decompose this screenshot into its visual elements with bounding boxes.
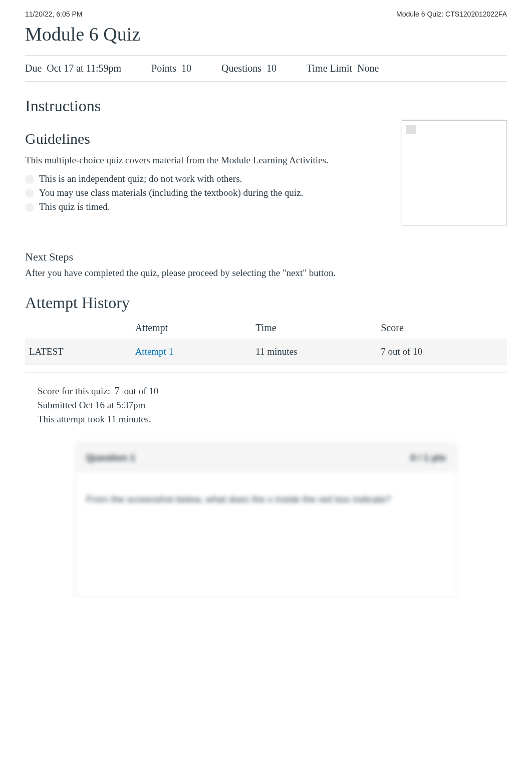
score-summary: Score for this quiz: 7 out of 10 Submitt… — [25, 372, 507, 433]
bullet-text: You may use class materials (including t… — [39, 187, 303, 198]
list-item: This quiz is timed. — [25, 201, 392, 212]
attempt-time: 11 minutes — [251, 339, 377, 365]
meta-time-limit: Time Limit None — [307, 63, 379, 74]
question-points: 0 / 1 pts — [410, 452, 446, 463]
question-body: From the screenshot below, what does the… — [76, 472, 456, 597]
bullet-icon — [25, 203, 34, 212]
table-header-attempt: Attempt — [131, 317, 252, 339]
attempt-history-table: Attempt Time Score LATEST Attempt 1 11 m… — [25, 317, 507, 365]
meta-points: Points 10 — [151, 63, 191, 74]
table-row: LATEST Attempt 1 11 minutes 7 out of 10 — [25, 339, 507, 365]
meta-time-limit-label: Time Limit — [307, 63, 352, 74]
latest-badge: LATEST — [29, 346, 64, 357]
meta-points-value: 10 — [181, 63, 191, 74]
question-label: Question 1 — [86, 452, 135, 463]
table-header-time: Time — [251, 317, 377, 339]
guidelines-heading: Guidelines — [25, 130, 392, 147]
question-header: Question 1 0 / 1 pts — [76, 443, 456, 472]
print-header: 11/20/22, 6:05 PM Module 6 Quiz: CTS1202… — [0, 0, 532, 23]
print-timestamp: 11/20/22, 6:05 PM — [25, 10, 82, 18]
meta-time-limit-value: None — [357, 63, 379, 74]
meta-questions-label: Questions — [221, 63, 261, 74]
duration-line: This attempt took 11 minutes. — [38, 414, 494, 425]
attempt-link[interactable]: Attempt 1 — [135, 346, 174, 357]
next-steps-paragraph: After you have completed the quiz, pleas… — [25, 268, 507, 279]
decorative-image-placeholder — [402, 120, 507, 225]
guidelines-list: This is an independent quiz; do not work… — [25, 173, 392, 212]
question-card-blurred: Question 1 0 / 1 pts From the screenshot… — [76, 443, 456, 598]
attempt-history-heading: Attempt History — [25, 294, 507, 312]
score-suffix: out of 10 — [124, 386, 159, 396]
intro-paragraph: This multiple-choice quiz covers materia… — [25, 155, 392, 166]
instructions-heading: Instructions — [25, 97, 507, 115]
quiz-meta-bar: Due Oct 17 at 11:59pm Points 10 Question… — [25, 55, 507, 82]
broken-image-icon — [406, 125, 416, 134]
attempt-score: 7 out of 10 — [377, 339, 507, 365]
next-steps-heading: Next Steps — [25, 250, 507, 264]
bullet-text: This quiz is timed. — [39, 201, 110, 212]
score-value: 7 — [113, 385, 122, 396]
meta-questions-value: 10 — [267, 63, 277, 74]
list-item: You may use class materials (including t… — [25, 187, 392, 198]
meta-due-value: Oct 17 at 11:59pm — [47, 63, 121, 74]
submitted-line: Submitted Oct 16 at 5:37pm — [38, 400, 494, 411]
print-doc-title: Module 6 Quiz: CTS1202012022FA — [396, 10, 507, 18]
table-header-blank — [25, 317, 131, 339]
meta-due: Due Oct 17 at 11:59pm — [25, 63, 121, 74]
bullet-icon — [25, 189, 34, 198]
meta-points-label: Points — [151, 63, 176, 74]
list-item: This is an independent quiz; do not work… — [25, 173, 392, 184]
score-line: Score for this quiz: 7 out of 10 — [38, 385, 494, 397]
page-title: Module 6 Quiz — [25, 23, 507, 45]
bullet-text: This is an independent quiz; do not work… — [39, 173, 242, 184]
bullet-icon — [25, 175, 34, 184]
meta-due-label: Due — [25, 63, 42, 74]
table-header-score: Score — [377, 317, 507, 339]
meta-questions: Questions 10 — [221, 63, 277, 74]
score-prefix: Score for this quiz: — [38, 386, 110, 396]
